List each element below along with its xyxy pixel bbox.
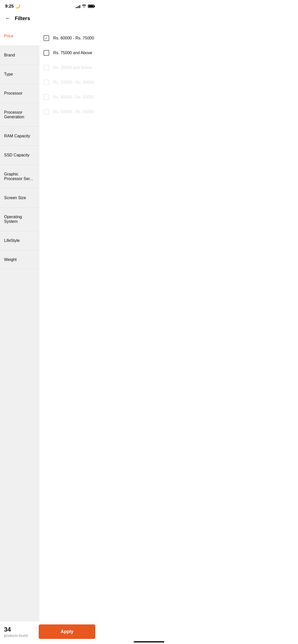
checkbox-price-50000-60000 xyxy=(44,109,49,115)
time-text: 9:25 xyxy=(5,4,14,9)
sidebar-item-operating-system[interactable]: Operating System xyxy=(0,208,39,231)
checkbox-price-40000-50000 xyxy=(44,94,49,100)
header: ← Filters xyxy=(0,11,99,27)
sidebar-item-type[interactable]: Type xyxy=(0,65,39,84)
filter-options: Rs. 60000 - Rs. 75000Rs. 75000 and Above… xyxy=(39,27,99,635)
filter-option-price-40000-50000: Rs. 40000 - Rs. 50000 xyxy=(44,90,95,105)
moon-icon: 🌙 xyxy=(15,4,20,9)
sidebar-item-brand[interactable]: Brand xyxy=(0,46,39,65)
filter-option-price-60000-75000[interactable]: Rs. 60000 - Rs. 75000 xyxy=(44,31,95,46)
page-title: Filters xyxy=(15,16,30,21)
filter-option-price-20000-40000: Rs. 20000 - Rs. 40000 xyxy=(44,75,95,90)
sidebar-item-ram-capacity[interactable]: RAM Capacity xyxy=(0,127,39,146)
sidebar-item-graphic-processor[interactable]: Graphic Processor Ser... xyxy=(0,165,39,188)
filter-label-price-20000-below: Rs. 20000 and Below xyxy=(53,65,92,70)
sidebar-item-lifestyle[interactable]: LifeStyle xyxy=(0,231,39,250)
status-icons xyxy=(76,4,94,8)
products-count: 34 xyxy=(4,626,36,633)
filter-option-price-50000-60000: Rs. 50000 - Rs. 60000 xyxy=(44,105,95,119)
checkbox-price-20000-below xyxy=(44,65,49,70)
sidebar: PriceBrandTypeProcessorProcessor Generat… xyxy=(0,27,39,635)
products-found: 34 products found xyxy=(4,626,36,635)
filter-label-price-50000-60000: Rs. 50000 - Rs. 60000 xyxy=(53,110,94,114)
wifi-icon xyxy=(82,4,86,8)
products-label: products found xyxy=(4,634,36,635)
sidebar-item-weight[interactable]: Weight xyxy=(0,250,39,269)
bottom-bar: 34 products found Apply xyxy=(0,621,99,635)
sidebar-item-processor[interactable]: Processor xyxy=(0,84,39,103)
main-content: PriceBrandTypeProcessorProcessor Generat… xyxy=(0,27,99,635)
signal-icon xyxy=(76,5,80,8)
sidebar-item-processor-generation[interactable]: Processor Generation xyxy=(0,103,39,127)
sidebar-item-price[interactable]: Price xyxy=(0,27,39,46)
apply-button[interactable]: Apply xyxy=(39,624,95,635)
filter-label-price-20000-40000: Rs. 20000 - Rs. 40000 xyxy=(53,80,94,85)
filter-label-price-75000-above: Rs. 75000 and Above xyxy=(53,51,92,55)
filter-label-price-40000-50000: Rs. 40000 - Rs. 50000 xyxy=(53,95,94,99)
checkbox-price-20000-40000 xyxy=(44,80,49,85)
sidebar-item-ssd-capacity[interactable]: SSD Capacity xyxy=(0,146,39,165)
status-bar: 9:25 🌙 xyxy=(0,0,99,11)
filter-option-price-75000-above[interactable]: Rs. 75000 and Above xyxy=(44,46,95,60)
filter-option-price-20000-below: Rs. 20000 and Below xyxy=(44,60,95,75)
checkbox-price-60000-75000[interactable] xyxy=(44,35,49,41)
back-button[interactable]: ← xyxy=(4,14,12,23)
sidebar-item-screen-size[interactable]: Screen Size xyxy=(0,188,39,208)
battery-icon xyxy=(88,5,94,8)
filter-label-price-60000-75000: Rs. 60000 - Rs. 75000 xyxy=(53,36,94,40)
status-time: 9:25 🌙 xyxy=(5,4,20,9)
checkbox-price-75000-above[interactable] xyxy=(44,50,49,56)
